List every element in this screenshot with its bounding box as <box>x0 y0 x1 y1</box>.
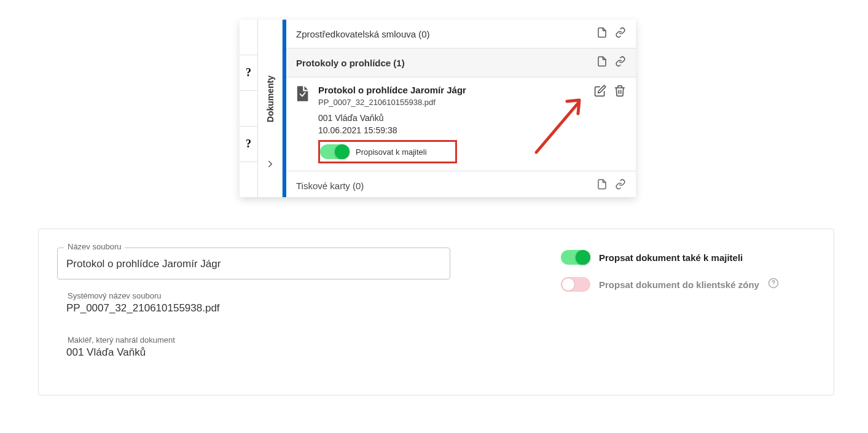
svg-point-2 <box>773 285 773 286</box>
propagate-owner-toggle[interactable] <box>320 144 350 159</box>
form-left-column: Název souboru Protokol o prohlídce Jarom… <box>57 248 450 376</box>
filename-field[interactable]: Název souboru Protokol o prohlídce Jarom… <box>57 248 450 279</box>
edit-icon[interactable] <box>594 85 606 99</box>
document-form-panel: Název souboru Protokol o prohlídce Jarom… <box>38 228 834 396</box>
collapsed-column-1: ? ? <box>240 20 258 197</box>
question-icon[interactable]: ? <box>240 55 257 91</box>
link-icon[interactable] <box>615 179 626 192</box>
broker-field-value: 001 Vláďa Vaňků <box>66 346 441 359</box>
owner-toggle[interactable] <box>561 250 590 265</box>
collapsed-cell[interactable] <box>240 20 257 55</box>
owner-toggle-label: Propsat dokument také k majiteli <box>599 252 743 263</box>
trash-icon[interactable] <box>614 85 626 99</box>
propagate-owner-label: Propisovat k majiteli <box>356 147 427 157</box>
system-filename-label: Systémový název souboru <box>64 291 165 300</box>
help-icon[interactable] <box>768 278 779 291</box>
documents-tab[interactable]: Dokumenty <box>258 20 283 197</box>
system-filename-value: PP_0007_32_210610155938.pdf <box>66 302 441 314</box>
document-item-name: Protokol o prohlídce Jaromír Jágr <box>318 85 626 95</box>
documents-panel: ? ? Dokumenty Zprostředkovatelská smlouv… <box>240 20 636 197</box>
document-item-timestamp: 10.06.2021 15:59:38 <box>318 125 626 135</box>
filename-field-label: Název souboru <box>64 242 125 251</box>
owner-toggle-row: Propsat dokument také k majiteli <box>561 250 815 265</box>
collapsed-columns: ? ? <box>240 20 258 197</box>
file-icon[interactable] <box>596 56 608 69</box>
broker-field: Makléř, který nahrál dokument 001 Vláďa … <box>57 341 450 368</box>
toggle-knob <box>576 250 590 265</box>
toggle-knob <box>561 278 575 291</box>
form-right-column: Propsat dokument také k majiteli Propsat… <box>475 248 815 376</box>
document-category-row[interactable]: Protokoly o prohlídce (1) <box>286 49 636 77</box>
document-category-title: Protokoly o prohlídce (1) <box>296 58 596 68</box>
document-category-row[interactable]: Zprostředkovatelská smlouva (0) <box>286 20 636 49</box>
pdf-icon <box>294 85 311 102</box>
file-icon[interactable] <box>596 179 608 192</box>
document-list: Zprostředkovatelská smlouva (0) Protokol… <box>286 20 636 197</box>
client-zone-toggle[interactable] <box>561 277 590 292</box>
document-item-broker: 001 Vláďa Vaňků <box>318 113 626 123</box>
document-category-title: Zprostředkovatelská smlouva (0) <box>296 29 596 39</box>
client-zone-toggle-row: Propsat dokument do klientské zóny <box>561 277 815 292</box>
client-zone-toggle-label: Propsat dokument do klientské zóny <box>599 279 759 290</box>
filename-field-value: Protokol o prohlídce Jaromír Jágr <box>66 258 441 270</box>
link-icon[interactable] <box>615 56 626 69</box>
document-category-title: Tiskové karty (0) <box>296 181 596 191</box>
documents-tab-label: Dokumenty <box>265 76 275 122</box>
link-icon[interactable] <box>615 27 626 41</box>
document-item-filename: PP_0007_32_210610155938.pdf <box>318 98 626 107</box>
document-item: Protokol o prohlídce Jaromír Jágr PP_000… <box>286 77 636 171</box>
broker-field-label: Makléř, který nahrál dokument <box>64 335 179 345</box>
collapsed-cell[interactable] <box>240 162 257 197</box>
collapsed-cell[interactable] <box>240 91 257 127</box>
toggle-knob <box>335 144 350 159</box>
system-filename-field: Systémový název souboru PP_0007_32_21061… <box>57 297 450 324</box>
file-icon[interactable] <box>596 27 608 41</box>
chevron-right-icon <box>265 158 276 173</box>
document-category-row[interactable]: Tiskové karty (0) <box>286 171 636 197</box>
propagate-owner-toggle-row: Propisovat k majiteli <box>318 140 457 163</box>
question-icon[interactable]: ? <box>240 127 257 162</box>
